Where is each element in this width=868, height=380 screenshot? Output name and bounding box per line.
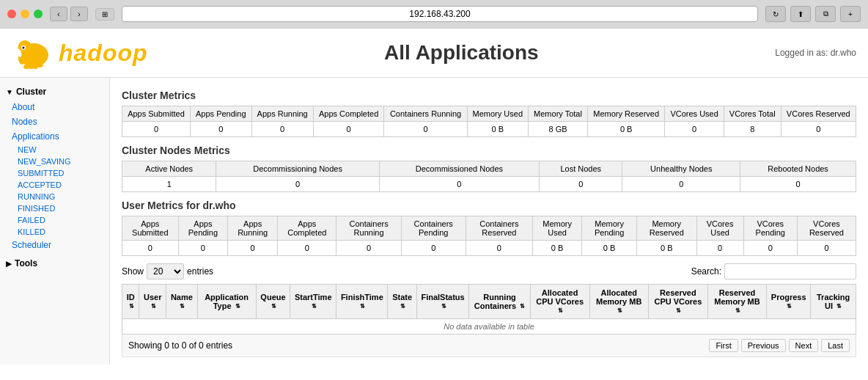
col-user[interactable]: User ⇅ [139,285,166,319]
browser-navigation: ‹ › [50,7,88,21]
user-info: Logged in as: dr.who [775,48,856,58]
um-val-memory-pending: 0 B [582,241,637,256]
state-sort-icon: ⇅ [400,304,405,310]
cm-col-memory-used: Memory Used [467,106,529,122]
table-controls: Show 20 50 100 entries Search: [122,263,856,279]
cm-col-memory-total: Memory Total [529,106,588,122]
address-bar[interactable]: 192.168.43.200 [122,6,758,22]
cm-col-apps-pending: Apps Pending [190,106,251,122]
user-sort-icon: ⇅ [151,304,156,310]
maximize-button[interactable] [34,10,43,18]
sidebar-item-running[interactable]: RUNNING [0,191,109,202]
sidebar-item-killed[interactable]: KILLED [0,226,109,238]
search-box: Search: [691,263,856,279]
sidebar: ▼ Cluster About Nodes Applications NEW N… [0,78,110,365]
um-val-apps-running: 0 [228,241,278,256]
um-val-apps-submitted: 0 [122,241,179,256]
col-queue[interactable]: Queue ⇅ [256,285,290,319]
show-entries-control: Show 20 50 100 entries [122,263,213,279]
um-col-containers-running: Containers Running [336,216,401,241]
um-col-memory-reserved: Memory Reserved [637,216,697,241]
sidebar-section-tools: ▶ Tools [0,255,109,271]
col-progress[interactable]: Progress ⇅ [767,285,811,319]
search-input[interactable] [724,263,856,279]
sidebar-item-scheduler[interactable]: Scheduler [0,238,109,252]
app-header: hadoop All Applications Logged in as: dr… [0,29,868,78]
um-col-memory-used: Memory Used [533,216,582,241]
reservedmemory-sort-icon: ⇅ [735,308,740,314]
allocatedcpu-sort-icon: ⇅ [558,308,563,314]
tools-section-header[interactable]: ▶ Tools [0,255,109,271]
sidebar-item-new[interactable]: NEW [0,144,109,156]
col-finishtime[interactable]: FinishTime ⇅ [336,285,388,319]
col-reserved-memory[interactable]: Reserved Memory MB ⇅ [707,285,766,319]
col-application-type[interactable]: Application Type ⇅ [197,285,256,319]
hadoop-logo: hadoop [12,34,148,71]
col-allocated-cpu[interactable]: Allocated CPU VCores ⇅ [530,285,589,319]
cm-col-containers-running: Containers Running [384,106,467,122]
col-allocated-memory[interactable]: Allocated Memory MB ⇅ [589,285,648,319]
cluster-label: Cluster [16,87,46,97]
col-tracking-ui[interactable]: Tracking UI ⇅ [811,285,856,319]
um-val-apps-completed: 0 [278,241,336,256]
user-metrics-table: Apps Submitted Apps Pending Apps Running… [122,216,856,256]
um-val-vcores-reserved: 0 [797,241,856,256]
search-label: Search: [691,266,721,277]
logo-text: hadoop [59,40,148,67]
col-finalstatus[interactable]: FinalStatus ⇅ [416,285,469,319]
close-button[interactable] [7,10,16,18]
next-page-button[interactable]: Next [789,339,819,352]
cluster-section-header[interactable]: ▼ Cluster [0,84,109,100]
cm-val-containers-running: 0 [384,122,467,137]
sidebar-item-submitted[interactable]: SUBMITTED [0,167,109,179]
col-id[interactable]: ID ⇅ [122,285,139,319]
um-val-memory-used: 0 B [533,241,582,256]
cm-col-apps-running: Apps Running [251,106,313,122]
new-tab-icon[interactable]: + [840,6,861,22]
sidebar-item-finished[interactable]: FINISHED [0,202,109,214]
sidebar-item-accepted[interactable]: ACCEPTED [0,179,109,191]
um-col-apps-submitted: Apps Submitted [122,216,179,241]
last-page-button[interactable]: Last [821,339,850,352]
svg-point-4 [23,47,25,49]
tools-arrow-icon: ▶ [6,260,12,268]
um-val-vcores-pending: 0 [743,241,797,256]
col-reserved-cpu[interactable]: Reserved CPU VCores ⇅ [648,285,707,319]
cluster-arrow-icon: ▼ [6,88,13,96]
cm-val-apps-submitted: 0 [122,122,191,137]
minimize-button[interactable] [21,10,29,18]
col-running-containers[interactable]: Running Containers ⇅ [469,285,530,319]
col-state[interactable]: State ⇅ [388,285,416,319]
tools-label: Tools [15,258,37,268]
cn-col-decommissioning: Decommissioning Nodes [216,161,379,177]
um-val-vcores-used: 0 [696,241,743,256]
cm-col-vcores-total: VCores Total [724,106,781,122]
svg-point-7 [23,65,29,69]
no-data-message: No data available in table [122,319,856,335]
back-button[interactable]: ‹ [50,7,67,21]
browser-titlebar: ‹ › ⊞ 192.168.43.200 ↻ ⬆ ⧉ + [0,0,868,28]
sidebar-item-nodes[interactable]: Nodes [0,114,109,129]
first-page-button[interactable]: First [709,339,738,352]
col-name[interactable]: Name ⇅ [166,285,197,319]
sidebar-item-applications[interactable]: Applications [0,129,109,144]
cm-col-apps-submitted: Apps Submitted [122,106,191,122]
entries-select[interactable]: 20 50 100 [147,263,184,279]
col-starttime[interactable]: StartTime ⇅ [290,285,336,319]
sidebar-item-new-saving[interactable]: NEW_SAVING [0,156,109,167]
allocatedmemory-sort-icon: ⇅ [617,308,622,314]
tabs-icon[interactable]: ⧉ [815,6,836,22]
forward-button[interactable]: › [70,7,88,21]
cluster-metrics-title: Cluster Metrics [122,89,856,101]
reload-icon[interactable]: ↻ [765,6,786,22]
previous-page-button[interactable]: Previous [741,339,786,352]
cm-val-vcores-used: 0 [665,122,724,137]
cm-val-apps-pending: 0 [190,122,251,137]
sidebar-item-failed[interactable]: FAILED [0,214,109,226]
cm-val-memory-reserved: 0 B [587,122,664,137]
sidebar-item-about[interactable]: About [0,100,109,114]
share-icon[interactable]: ⬆ [790,6,811,22]
trackingui-sort-icon: ⇅ [836,304,842,310]
grid-icon: ⊞ [95,8,114,21]
um-val-apps-pending: 0 [178,241,227,256]
